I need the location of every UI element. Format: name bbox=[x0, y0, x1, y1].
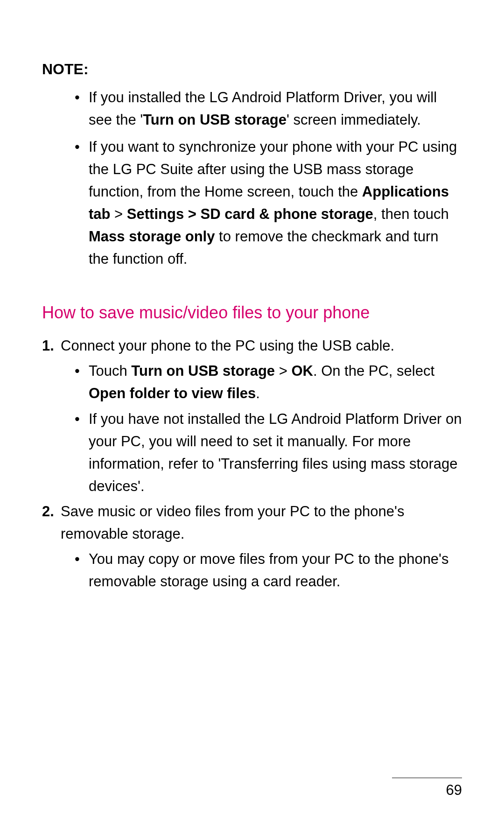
list-item: If you have not installed the LG Android… bbox=[75, 408, 462, 498]
text-bold: OK bbox=[291, 363, 313, 379]
step-text: Connect your phone to the PC using the U… bbox=[61, 337, 394, 354]
list-item: 2. Save music or video files from your P… bbox=[42, 500, 462, 593]
page-number-divider bbox=[392, 778, 462, 778]
ordered-list: 1. Connect your phone to the PC using th… bbox=[42, 335, 462, 593]
text-segment: . bbox=[256, 385, 260, 401]
text-bold: Turn on USB storage bbox=[143, 112, 287, 128]
text-segment: You may copy or move files from your PC … bbox=[89, 551, 449, 590]
sub-list: You may copy or move files from your PC … bbox=[75, 548, 462, 593]
list-item: You may copy or move files from your PC … bbox=[75, 548, 462, 593]
text-bold: Open folder to view files bbox=[89, 385, 256, 401]
note-list: If you installed the LG Android Platform… bbox=[75, 86, 462, 270]
step-number: 2. bbox=[42, 500, 54, 523]
text-segment: Touch bbox=[89, 363, 131, 379]
text-segment: , then touch bbox=[373, 206, 449, 222]
text-segment: ' screen immediately. bbox=[287, 112, 421, 128]
note-label: NOTE: bbox=[42, 61, 462, 78]
text-segment: . On the PC, select bbox=[313, 363, 434, 379]
step-text: Save music or video files from your PC t… bbox=[61, 503, 404, 542]
sub-list: Touch Turn on USB storage > OK. On the P… bbox=[75, 360, 462, 497]
text-segment: > bbox=[111, 206, 127, 222]
list-item: Touch Turn on USB storage > OK. On the P… bbox=[75, 360, 462, 405]
text-segment: If you have not installed the LG Android… bbox=[89, 411, 462, 494]
text-bold: Mass storage only bbox=[89, 228, 215, 245]
section-heading: How to save music/video files to your ph… bbox=[42, 303, 462, 323]
list-item: If you installed the LG Android Platform… bbox=[75, 86, 462, 131]
page-number: 69 bbox=[392, 778, 462, 799]
text-bold: Turn on USB storage bbox=[131, 363, 275, 379]
list-item: If you want to synchronize your phone wi… bbox=[75, 136, 462, 270]
page-number-value: 69 bbox=[446, 782, 462, 798]
text-segment: > bbox=[275, 363, 291, 379]
step-number: 1. bbox=[42, 335, 54, 357]
list-item: 1. Connect your phone to the PC using th… bbox=[42, 335, 462, 497]
text-bold: Settings > SD card & phone storage bbox=[127, 206, 373, 222]
